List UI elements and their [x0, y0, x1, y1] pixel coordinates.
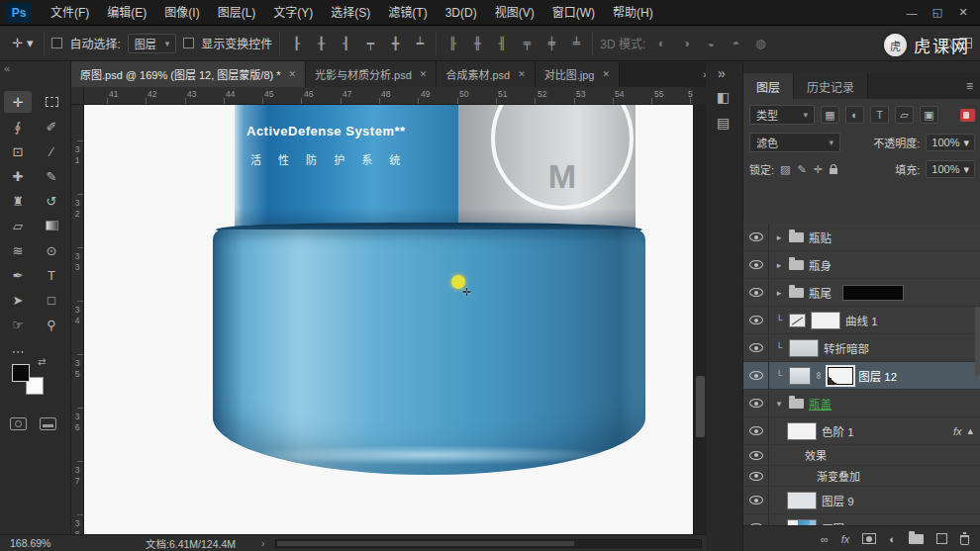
new-group-icon[interactable]: [909, 534, 924, 544]
layer-mask-thumbnail-selected[interactable]: [828, 367, 853, 385]
distribute-middle-icon[interactable]: ╪: [542, 37, 560, 50]
layer-row[interactable]: └ 曲线 1: [743, 307, 980, 334]
layer-row[interactable]: 色阶 1 fx ▴: [743, 417, 980, 445]
align-center-h-icon[interactable]: ╂: [312, 37, 330, 50]
healing-tool[interactable]: ✚: [4, 165, 32, 187]
filter-type-dropdown[interactable]: 类型 ▾: [749, 105, 815, 125]
adjustment-layer-icon[interactable]: ◐: [889, 533, 896, 545]
3d-rotate-icon[interactable]: ◐: [652, 37, 670, 50]
swap-colors-icon[interactable]: ⇄: [38, 356, 46, 367]
menu-window[interactable]: 窗口(W): [543, 0, 604, 26]
close-icon[interactable]: ✕: [518, 69, 526, 79]
path-select-tool[interactable]: ➤: [4, 289, 32, 311]
distribute-bottom-icon[interactable]: ╧: [567, 37, 585, 50]
effects-row[interactable]: 效果: [743, 445, 980, 466]
visibility-eye-icon[interactable]: [749, 288, 763, 297]
canvas-vertical-scrollbar[interactable]: [693, 105, 706, 534]
zoom-tool[interactable]: ⚲: [38, 314, 65, 335]
gradient-tool[interactable]: [38, 215, 65, 236]
layer-thumbnail[interactable]: [787, 492, 817, 509]
shape-tool[interactable]: □: [38, 289, 65, 311]
chevron-right-icon[interactable]: ▸: [774, 260, 784, 270]
levels-adjustment-thumbnail[interactable]: [787, 422, 817, 440]
new-layer-icon[interactable]: [936, 533, 947, 544]
text-tool[interactable]: T: [38, 264, 65, 286]
distribute-right-icon[interactable]: ╢: [493, 37, 511, 50]
quick-select-tool[interactable]: ✐: [38, 116, 65, 138]
clone-stamp-tool[interactable]: ♜: [4, 190, 32, 212]
3d-slide-icon[interactable]: ◓: [727, 37, 744, 50]
lasso-tool[interactable]: ∮: [4, 116, 32, 138]
menu-filter[interactable]: 滤镜(T): [379, 0, 436, 26]
filter-smart-object-icon[interactable]: ▣: [920, 106, 938, 124]
expand-panels-icon[interactable]: »: [718, 65, 726, 81]
history-brush-tool[interactable]: ↺: [38, 190, 65, 212]
layer-row[interactable]: ▸ 瓶贴: [743, 224, 980, 251]
align-right-icon[interactable]: ┨: [337, 37, 354, 50]
doc-tab[interactable]: 对比图.jpg ✕: [536, 61, 620, 87]
menu-select[interactable]: 选择(S): [322, 0, 379, 26]
tool-preset-picker[interactable]: ✛ ▾: [8, 36, 37, 50]
layer-row[interactable]: ▾ 瓶盖: [743, 390, 980, 417]
close-icon[interactable]: ✕: [603, 69, 611, 79]
filter-toggle-icon[interactable]: [960, 109, 975, 122]
3d-scale-icon[interactable]: ◍: [751, 37, 769, 50]
move-tool[interactable]: ✛: [4, 91, 32, 113]
brush-tool[interactable]: ✎: [38, 165, 65, 187]
chevron-right-icon[interactable]: ▸: [774, 288, 784, 298]
menu-edit[interactable]: 编辑(E): [98, 0, 155, 26]
close-icon[interactable]: ✕: [420, 69, 428, 79]
opacity-dropdown[interactable]: 100% ▾: [926, 134, 975, 151]
curves-adjustment-thumbnail[interactable]: [789, 314, 806, 327]
visibility-eye-icon[interactable]: [749, 316, 763, 324]
doc-tab-active[interactable]: 原图.psd @ 169% (图层 12, 图层蒙版/8) * ✕: [71, 61, 306, 87]
visibility-eye-icon[interactable]: [749, 451, 763, 460]
menu-layer[interactable]: 图层(L): [209, 0, 265, 26]
menu-file[interactable]: 文件(F): [42, 0, 98, 26]
blend-mode-dropdown[interactable]: 滤色 ▾: [749, 133, 840, 152]
tab-history[interactable]: 历史记录: [794, 73, 868, 99]
align-bottom-icon[interactable]: ┷: [411, 37, 429, 50]
menu-3d[interactable]: 3D(D): [437, 0, 486, 26]
panel-scrollbar-thumb[interactable]: [975, 307, 980, 376]
menu-image[interactable]: 图像(I): [155, 0, 208, 26]
filter-type-icon[interactable]: T: [870, 106, 889, 124]
fill-dropdown[interactable]: 100% ▾: [926, 160, 975, 178]
link-layers-icon[interactable]: ∞: [821, 533, 829, 545]
dodge-tool[interactable]: ⊙: [38, 239, 65, 261]
doc-tab[interactable]: 合成素材.psd ✕: [437, 61, 535, 87]
filter-adjustment-icon[interactable]: ◐: [845, 106, 864, 124]
blur-tool[interactable]: ≋: [4, 239, 32, 261]
chevron-down-icon[interactable]: ▾: [774, 399, 784, 409]
layer-thumbnail[interactable]: [789, 339, 819, 357]
auto-select-target-dropdown[interactable]: 图层 ▾: [128, 34, 177, 53]
delete-layer-icon[interactable]: [960, 535, 969, 545]
marquee-tool[interactable]: [38, 91, 65, 113]
visibility-eye-icon[interactable]: [749, 496, 763, 505]
eyedropper-tool[interactable]: ∕: [38, 140, 65, 162]
layer-mask-thumbnail[interactable]: [811, 312, 840, 329]
hand-tool[interactable]: ☞: [4, 314, 32, 335]
edit-toolbar-icon[interactable]: ⋯: [4, 340, 32, 362]
minimize-icon[interactable]: —: [899, 2, 925, 24]
canvas-horizontal-scrollbar[interactable]: [275, 539, 702, 548]
3d-pan-icon[interactable]: ◒: [702, 37, 720, 50]
visibility-eye-icon[interactable]: [749, 343, 763, 352]
zoom-level[interactable]: 168.69%: [0, 537, 84, 549]
distribute-top-icon[interactable]: ╤: [518, 37, 536, 50]
layer-row[interactable]: 图层 9: [743, 487, 980, 514]
menu-type[interactable]: 文字(Y): [264, 0, 322, 26]
lock-transparency-icon[interactable]: ▨: [780, 163, 790, 176]
effect-item-row[interactable]: 渐变叠加: [743, 466, 980, 487]
panel-menu-icon[interactable]: ≡: [958, 73, 980, 99]
visibility-eye-icon[interactable]: [749, 260, 763, 269]
align-middle-icon[interactable]: ╋: [386, 37, 404, 50]
doc-tab[interactable]: 光影与材质分析.psd ✕: [306, 61, 437, 87]
layer-style-icon[interactable]: fx: [841, 533, 850, 545]
canvas[interactable]: M ActiveDefense System** 活 性 防 护 系 统 ✛: [84, 105, 693, 534]
visibility-eye-icon[interactable]: [749, 426, 763, 435]
add-mask-icon[interactable]: [862, 533, 876, 544]
scrollbar-thumb[interactable]: [696, 376, 705, 437]
chevron-right-icon[interactable]: ▸: [774, 232, 784, 242]
crop-tool[interactable]: ⊡: [4, 140, 32, 162]
